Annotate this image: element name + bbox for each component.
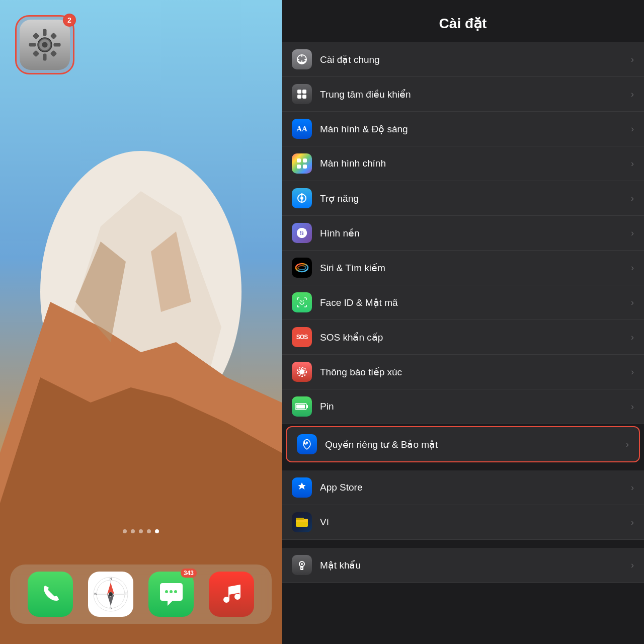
settings-item-faceid[interactable]: Face ID & Mật mã › [282,285,644,320]
faceid-label: Face ID & Mật mã [320,297,627,308]
general-icon [292,49,312,69]
svg-rect-14 [33,50,40,57]
siri-icon [292,258,312,278]
svg-rect-8 [43,29,47,36]
left-panel: 2 Cài đặt N S [0,0,282,644]
wallet-label: Ví [320,517,627,528]
display-label: Màn hình & Độ sáng [320,123,627,135]
privacy-icon [297,434,317,454]
svg-rect-39 [302,95,306,99]
passwords-label: Mật khẩu [320,559,627,571]
settings-item-control-center[interactable]: Trung tâm điều khiển › [282,77,644,112]
gear-icon [27,27,62,62]
accessibility-chevron: › [631,193,634,204]
settings-item-accessibility[interactable]: Trợ năng › [282,181,644,216]
battery-label: Pin [320,401,627,412]
settings-group-3: Mật khẩu › [282,548,644,583]
privacy-chevron: › [626,439,629,450]
settings-group-2: App Store › Ví › [282,470,644,540]
svg-text:E: E [125,592,127,596]
display-chevron: › [631,124,634,134]
settings-item-passwords[interactable]: Mật khẩu › [282,548,644,583]
accessibility-icon [292,188,312,208]
svg-rect-41 [303,158,307,163]
svg-rect-15 [50,50,57,57]
settings-item-wallet[interactable]: Ví › [282,505,644,540]
appstore-label: App Store [320,482,627,493]
settings-item-sos[interactable]: SOS SOS khẩn cấp › [282,320,644,355]
svg-point-65 [301,563,303,565]
svg-point-31 [174,590,177,593]
control-center-label: Trung tâm điều khiển [320,89,627,100]
dock-messages-icon[interactable]: 343 [148,572,194,617]
svg-rect-12 [33,33,40,40]
svg-rect-58 [306,405,308,408]
settings-item-home-screen[interactable]: Màn hình chính › [282,146,644,181]
exposure-label: Thông báo tiếp xúc [320,366,627,378]
settings-panel-title: Cài đặt [282,0,644,42]
svg-rect-36 [297,90,301,94]
wallpaper-label: Hình nền [320,227,627,239]
passwords-chevron: › [631,560,634,571]
battery-icon [292,396,312,417]
settings-item-wallpaper[interactable]: Hình nền › [282,216,644,251]
settings-item-siri[interactable]: Siri & Tìm kiếm › [282,251,644,285]
settings-list: Cài đặt chung › Trung tâm điều khiển › A… [282,42,644,644]
page-dots [0,529,282,533]
svg-text:S: S [110,606,112,610]
dot-3 [139,529,143,533]
messages-badge: 343 [181,569,197,578]
svg-rect-13 [50,33,57,40]
battery-chevron: › [631,401,634,412]
dock-safari-icon[interactable]: N S W E [88,572,133,617]
home-screen-label: Màn hình chính [320,158,627,169]
general-label: Cài đặt chung [320,54,627,65]
dock: N S W E 343 [10,565,272,624]
home-screen-icon [292,153,312,174]
appstore-chevron: › [631,482,634,493]
settings-badge: 2 [63,14,76,27]
svg-text:W: W [94,592,98,596]
svg-point-17 [42,42,47,47]
svg-rect-59 [296,405,305,409]
svg-rect-11 [54,43,61,47]
settings-item-appstore[interactable]: App Store › [282,470,644,505]
dot-2 [131,529,135,533]
dock-phone-icon[interactable] [28,572,73,617]
dot-1 [123,529,127,533]
svg-rect-38 [297,95,301,99]
svg-rect-66 [301,568,302,569]
dot-4 [147,529,151,533]
siri-label: Siri & Tìm kiếm [320,262,627,274]
settings-item-display[interactable]: AA Màn hình & Độ sáng › [282,112,644,146]
svg-rect-40 [297,158,301,163]
control-center-icon [292,84,312,104]
dock-music-icon[interactable] [209,572,254,617]
svg-rect-42 [297,165,301,169]
wallet-chevron: › [631,517,634,528]
svg-point-50 [298,266,306,270]
svg-rect-35 [239,585,240,597]
dot-5 [155,529,159,533]
svg-point-54 [299,369,304,374]
siri-chevron: › [631,263,634,273]
svg-rect-37 [302,90,306,94]
settings-item-general[interactable]: Cài đặt chung › [282,42,644,77]
accessibility-label: Trợ năng [320,193,627,204]
settings-app-icon[interactable]: 2 [15,15,74,74]
exposure-chevron: › [631,367,634,377]
svg-rect-10 [29,43,36,47]
svg-point-30 [170,590,173,593]
svg-rect-62 [296,518,304,520]
svg-rect-9 [43,54,47,61]
sos-label: SOS khẩn cấp [320,332,627,343]
settings-group-1: Cài đặt chung › Trung tâm điều khiển › A… [282,42,644,462]
wallpaper-icon [292,223,312,243]
settings-item-privacy[interactable]: Quyền riêng tư & Bảo mật › [286,426,640,462]
svg-rect-34 [228,587,229,600]
svg-text:N: N [109,577,112,581]
settings-item-battery[interactable]: Pin › [282,389,644,424]
settings-item-exposure[interactable]: Thông báo tiếp xúc › [282,355,644,389]
privacy-label: Quyền riêng tư & Bảo mật [325,439,622,450]
wallet-icon [292,512,312,532]
